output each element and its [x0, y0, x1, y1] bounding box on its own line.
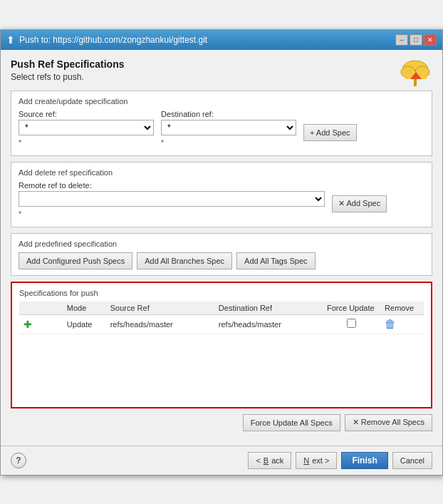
back-button[interactable]: < Back: [248, 452, 291, 469]
force-update-checkbox[interactable]: [347, 319, 356, 328]
remove-all-specs-button[interactable]: ✕ Remove All Specs: [345, 414, 432, 431]
header-row: Push Ref Specifications Select refs to p…: [11, 58, 432, 91]
table-row: ✚ Update refs/heads/master refs/heads/ma…: [19, 314, 424, 334]
remote-ref-label: Remote ref to delete:: [19, 181, 325, 190]
col-header-force: Force Update: [323, 302, 380, 315]
remote-ref-field-row: [19, 191, 325, 207]
window-title: Push to: https://github.com/zongzhankui/…: [19, 35, 207, 45]
cloud-icon-container: [400, 55, 432, 91]
predefined-buttons-row: Add Configured Push Specs Add All Branch…: [19, 252, 424, 269]
col-header-mode: [19, 302, 63, 315]
specs-for-push-section: Specifications for push Mode Source Ref …: [11, 282, 432, 408]
force-update-all-specs-button[interactable]: Force Update All Specs: [243, 414, 340, 431]
col-header-source: Source Ref: [106, 302, 214, 315]
source-ref-label: Source ref:: [19, 110, 154, 118]
row-dest-cell: refs/heads/master: [214, 314, 323, 334]
close-button[interactable]: ✕: [424, 34, 437, 46]
titlebar-controls: – □ ✕: [395, 34, 437, 46]
row-force-cell: [323, 314, 380, 334]
dest-ref-group: Destination ref: * *: [161, 110, 296, 147]
footer: ? < Back Next > Finish Cancel: [1, 446, 442, 475]
titlebar-left: ⬆ Push to: https://github.com/zongzhanku…: [6, 34, 207, 46]
remote-ref-group: Remote ref to delete: *: [19, 181, 325, 218]
delete-ref-section: Add delete ref specification Remote ref …: [11, 162, 432, 227]
specs-title: Specifications for push: [19, 289, 424, 297]
create-update-section: Add create/update specification Source r…: [11, 91, 432, 156]
content-area: Push Ref Specifications Select refs to p…: [1, 50, 442, 446]
delete-row-button[interactable]: 🗑: [385, 318, 396, 331]
add-spec-delete-button[interactable]: ✕ Add Spec: [332, 195, 387, 212]
footer-left: ?: [11, 453, 26, 468]
dest-ref-label: Destination ref:: [161, 110, 296, 118]
row-mode-cell: Update: [63, 314, 106, 334]
page-title: Push Ref Specifications: [11, 58, 124, 70]
row-source-cell: refs/heads/master: [106, 314, 214, 334]
col-header-dest: Destination Ref: [214, 302, 323, 315]
bottom-buttons-row: Force Update All Specs ✕ Remove All Spec…: [11, 414, 432, 431]
row-remove-cell: 🗑: [380, 314, 424, 334]
predefined-section: Add predefined specification Add Configu…: [11, 233, 432, 276]
minimize-button[interactable]: –: [395, 34, 408, 46]
source-ref-field-row: *: [19, 120, 154, 135]
specs-table-header: Mode Source Ref Destination Ref Force Up…: [19, 302, 424, 315]
row-icon-cell: ✚: [19, 314, 63, 334]
remote-star: *: [19, 210, 325, 218]
specs-table-header-row: Mode Source Ref Destination Ref Force Up…: [19, 302, 424, 315]
specs-table-container: Mode Source Ref Destination Ref Force Up…: [19, 302, 424, 401]
source-ref-select[interactable]: *: [19, 120, 154, 135]
dest-ref-select[interactable]: *: [161, 120, 296, 135]
titlebar: ⬆ Push to: https://github.com/zongzhanku…: [1, 30, 442, 50]
col-header-remove: Remove: [380, 302, 424, 315]
delete-ref-form-row: Remote ref to delete: * ✕ Add Spec: [19, 181, 424, 218]
create-update-label: Add create/update specification: [19, 97, 424, 106]
specs-table-body: ✚ Update refs/heads/master refs/heads/ma…: [19, 314, 424, 334]
maximize-button[interactable]: □: [410, 34, 422, 46]
table-spacer: [19, 334, 424, 377]
source-star: *: [19, 138, 154, 147]
header-text: Push Ref Specifications Select refs to p…: [11, 58, 124, 89]
dest-ref-field-row: *: [161, 120, 296, 135]
predefined-label: Add predefined specification: [19, 240, 424, 248]
footer-right: < Back Next > Finish Cancel: [248, 452, 432, 469]
cancel-button[interactable]: Cancel: [392, 452, 432, 469]
remote-ref-select[interactable]: [19, 191, 325, 207]
add-spec-button[interactable]: + Add Spec: [303, 124, 357, 141]
add-spec-btn-container: + Add Spec: [303, 124, 357, 141]
page-subtitle: Select refs to push.: [11, 72, 124, 82]
add-spec-delete-btn-container: ✕ Add Spec: [332, 195, 387, 212]
help-button[interactable]: ?: [11, 453, 26, 468]
create-update-form-row: Source ref: * * Destination ref: *: [19, 110, 424, 147]
finish-button[interactable]: Finish: [341, 452, 387, 469]
add-all-tags-spec-button[interactable]: Add All Tags Spec: [236, 252, 315, 269]
next-underline: N: [303, 456, 309, 465]
col-header-mode-label: Mode: [63, 302, 106, 315]
source-ref-group: Source ref: * *: [19, 110, 154, 147]
delete-ref-label: Add delete ref specification: [19, 168, 424, 177]
specs-table: Mode Source Ref Destination Ref Force Up…: [19, 302, 424, 334]
add-all-branches-spec-button[interactable]: Add All Branches Spec: [137, 252, 232, 269]
dest-star: *: [161, 138, 296, 147]
add-icon: ✚: [24, 319, 32, 330]
main-window: ⬆ Push to: https://github.com/zongzhanku…: [0, 29, 443, 475]
back-underline: B: [264, 456, 269, 465]
add-configured-push-specs-button[interactable]: Add Configured Push Specs: [19, 252, 132, 269]
next-button[interactable]: Next >: [296, 452, 337, 469]
cloud-upload-icon: [400, 55, 432, 91]
window-icon: ⬆: [6, 34, 15, 46]
